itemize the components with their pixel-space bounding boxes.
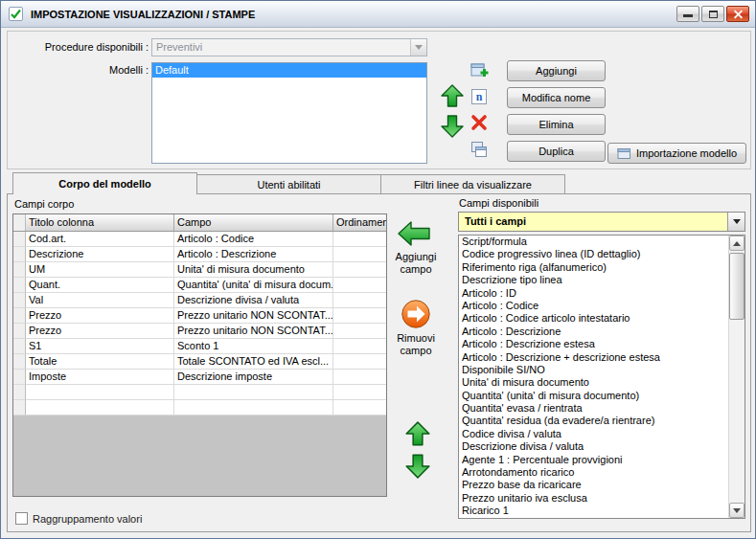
table-row[interactable]: ValDescrizione divisa / valuta	[13, 293, 386, 308]
available-field-item[interactable]: Articolo : ID	[459, 287, 728, 300]
fields-filter-dropdown-button[interactable]	[727, 213, 745, 231]
row-selector[interactable]	[13, 400, 26, 415]
tab-utenti-abilitati[interactable]: Utenti abilitati	[196, 174, 381, 194]
scrollbar-thumb[interactable]	[729, 253, 745, 320]
table-cell[interactable]	[333, 278, 386, 293]
table-cell[interactable]: Prezzo unitario NON SCONTAT...	[174, 308, 333, 324]
table-cell[interactable]: Prezzo unitario NON SCONTAT...	[174, 324, 333, 339]
table-cell[interactable]	[26, 400, 174, 415]
table-cell[interactable]	[333, 400, 386, 415]
aggiungi-campo-label[interactable]: Aggiungi campo	[388, 251, 444, 276]
model-move-down-button[interactable]	[440, 114, 465, 141]
table-cell[interactable]: Descrizione imposte	[174, 370, 333, 385]
row-selector[interactable]	[13, 354, 26, 370]
table-cell[interactable]: Quant.	[26, 278, 174, 293]
available-field-item[interactable]: Articolo : Codice articolo intestatario	[459, 312, 728, 325]
available-field-item[interactable]: Quantita' residua (da evadere/a rientrar…	[459, 415, 728, 427]
available-field-item[interactable]: Quantita' evasa / rientrata	[459, 402, 728, 415]
table-cell[interactable]	[333, 324, 386, 339]
table-cell[interactable]: Totale SCONTATO ed IVA escl...	[174, 354, 333, 370]
available-field-item[interactable]: Articolo : Codice	[459, 300, 728, 312]
table-cell[interactable]: Prezzo	[26, 324, 174, 339]
modifica-nome-button[interactable]: Modifica nome	[507, 87, 606, 108]
available-field-item[interactable]: Codice progressivo linea (ID dettaglio)	[459, 248, 728, 260]
table-cell[interactable]	[333, 385, 386, 400]
table-cell[interactable]	[333, 339, 386, 354]
table-cell[interactable]: Descrizione	[26, 247, 174, 262]
available-field-item[interactable]: Descrizione tipo linea	[459, 274, 728, 286]
table-row[interactable]: Quant.Quantita' (unita' di misura docum.…	[13, 278, 386, 293]
modelli-item[interactable]: Default	[152, 63, 426, 78]
scroll-down-button[interactable]	[729, 503, 745, 518]
fields-scrollbar[interactable]	[728, 236, 745, 518]
table-cell[interactable]: Articolo : Codice	[174, 232, 333, 247]
row-selector[interactable]	[13, 370, 26, 385]
table-cell[interactable]: Descrizione divisa / valuta	[174, 293, 333, 308]
table-row[interactable]: DescrizioneArticolo : Descrizione	[13, 247, 386, 262]
scroll-up-button[interactable]	[729, 236, 745, 251]
grid-header-campo[interactable]: Campo	[174, 214, 333, 231]
close-button[interactable]	[726, 6, 749, 22]
row-selector[interactable]	[13, 262, 26, 278]
duplica-button[interactable]: Duplica	[507, 141, 606, 162]
table-cell[interactable]	[333, 354, 386, 370]
available-field-item[interactable]: Riferimento riga (alfanumerico)	[459, 261, 728, 274]
available-field-item[interactable]: Ricarico 1	[459, 505, 728, 517]
available-field-item[interactable]: Script/formula	[459, 236, 728, 248]
grid-header-titolo-colonna[interactable]: Titolo colonna	[26, 214, 174, 231]
elimina-button[interactable]: Elimina	[507, 114, 606, 135]
rimuovi-campo-label[interactable]: Rimuovi campo	[388, 332, 444, 357]
raggruppamento-checkbox[interactable]	[15, 512, 28, 525]
row-selector[interactable]	[13, 232, 26, 247]
table-cell[interactable]: Totale	[26, 354, 174, 370]
tab-corpo-del-modello[interactable]: Corpo del modello	[12, 172, 197, 194]
maximize-button[interactable]	[701, 6, 724, 22]
field-move-down-button[interactable]	[404, 453, 431, 482]
table-cell[interactable]: Imposte	[26, 370, 174, 385]
row-selector[interactable]	[13, 324, 26, 339]
row-selector[interactable]	[13, 339, 26, 354]
add-field-button[interactable]	[397, 219, 431, 250]
table-cell[interactable]: Val	[26, 293, 174, 308]
tab-filtri-linee-da-visualizzare[interactable]: Filtri linee da visualizzare	[380, 174, 565, 194]
modelli-listbox[interactable]: Default	[151, 62, 427, 164]
table-cell[interactable]	[26, 385, 174, 400]
table-cell[interactable]: Prezzo	[26, 308, 174, 324]
fields-filter-combobox[interactable]: Tutti i campi	[458, 212, 745, 232]
available-field-item[interactable]: Articolo : Descrizione	[459, 326, 728, 338]
table-row[interactable]	[13, 400, 386, 415]
raggruppamento-label[interactable]: Raggruppamento valori	[33, 513, 142, 525]
table-row[interactable]	[13, 385, 386, 400]
table-cell[interactable]	[174, 400, 333, 415]
available-field-item[interactable]: Prezzo base da ricaricare	[459, 479, 728, 491]
table-row[interactable]: PrezzoPrezzo unitario NON SCONTAT...	[13, 308, 386, 324]
available-field-item[interactable]: Quantita' (unita' di misura documento)	[459, 390, 728, 402]
minimize-button[interactable]	[676, 6, 699, 22]
available-field-item[interactable]: Codice divisa / valuta	[459, 428, 728, 440]
table-cell[interactable]: S1	[26, 339, 174, 354]
row-selector[interactable]	[13, 308, 26, 324]
table-cell[interactable]	[333, 262, 386, 278]
available-field-item[interactable]: Articolo : Descrizione estesa	[459, 338, 728, 350]
available-field-item[interactable]: Arrotondamento ricarico	[459, 466, 728, 479]
field-move-up-button[interactable]	[404, 420, 431, 449]
table-cell[interactable]: Sconto 1	[174, 339, 333, 354]
table-row[interactable]: ImposteDescrizione imposte	[13, 370, 386, 385]
importazione-modello-button[interactable]: Importazione modello	[607, 143, 746, 164]
title-bar[interactable]: IMPOSTAZIONE VISUALIZZAZIONI / STAMPE	[1, 1, 755, 28]
table-cell[interactable]	[333, 308, 386, 324]
table-cell[interactable]: Unita' di misura documento	[174, 262, 333, 278]
available-field-item[interactable]: Agente 1 : Percentuale provvigioni	[459, 454, 728, 466]
campi-corpo-grid[interactable]: Titolo colonnaCampoOrdinamento Cod.art.A…	[12, 213, 387, 497]
table-row[interactable]: UMUnita' di misura documento	[13, 262, 386, 278]
table-cell[interactable]: Quantita' (unita' di misura docum...	[174, 278, 333, 293]
remove-field-button[interactable]	[401, 299, 431, 331]
available-field-item[interactable]: Disponibile SI/NO	[459, 364, 728, 376]
table-cell[interactable]	[333, 370, 386, 385]
available-field-item[interactable]: Articolo : Descrizione + descrizione est…	[459, 351, 728, 364]
aggiungi-button[interactable]: Aggiungi	[507, 60, 606, 81]
table-cell[interactable]: Articolo : Descrizione	[174, 247, 333, 262]
table-row[interactable]: S1Sconto 1	[13, 339, 386, 354]
available-field-item[interactable]: Prezzo unitario iva esclusa	[459, 492, 728, 505]
model-move-up-button[interactable]	[440, 83, 465, 110]
